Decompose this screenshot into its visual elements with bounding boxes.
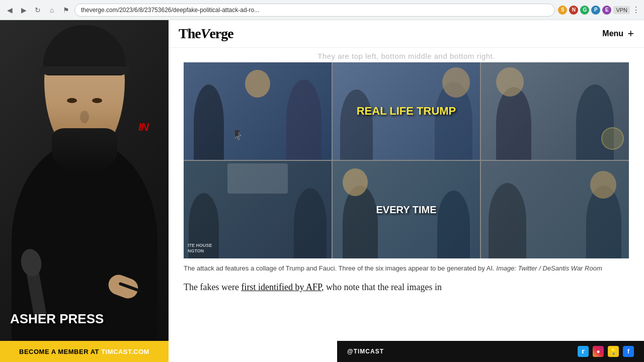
plus-icon: + bbox=[627, 27, 634, 40]
caption-text: The attack ad features a collage of Trum… bbox=[184, 264, 495, 272]
collage-cell-top-mid: REAL LIFE TRUMP bbox=[333, 62, 480, 160]
streamer-name: ASHER PRESS bbox=[10, 311, 104, 327]
main-container: IN ASHER PRESS BECOME A MEMBER AT TIMCAS… bbox=[0, 20, 644, 362]
collage-cell-top-right bbox=[481, 62, 629, 160]
text-after-link: , who note that the real images in bbox=[321, 282, 442, 292]
collage-cell-bot-mid: EVERY TIME bbox=[333, 161, 480, 258]
webcam-panel: IN ASHER PRESS BECOME A MEMBER AT TIMCAS… bbox=[0, 20, 169, 362]
url-bar[interactable]: theverge.com/2023/6/8/23753626/deepfake-… bbox=[74, 4, 555, 17]
real-life-trump-label: REAL LIFE TRUMP bbox=[357, 105, 456, 118]
collage-cell-top-left bbox=[184, 62, 332, 160]
browser-bar: ◀ ▶ ↻ ⌂ ⚑ theverge.com/2023/6/8/23753626… bbox=[0, 0, 644, 20]
social-handle: @TIMCAST bbox=[347, 348, 384, 355]
collage-cell-bot-right bbox=[481, 161, 629, 258]
site-name-text: TIMCAST.COM bbox=[101, 348, 149, 355]
become-member-text: BECOME A MEMBER AT bbox=[19, 348, 101, 355]
every-time-label: EVERY TIME bbox=[376, 204, 436, 216]
brand-badge: IN bbox=[138, 121, 148, 134]
browser-content: TheVerge Menu + They are top left, botto… bbox=[169, 20, 644, 362]
ext-icon-3: G bbox=[580, 6, 589, 15]
reload-button[interactable]: ↻ bbox=[32, 5, 43, 16]
image-caption: The attack ad features a collage of Trum… bbox=[184, 258, 629, 280]
image-collage: REAL LIFE TRUMP ITE HOUSENGTON bbox=[184, 62, 629, 258]
verge-header: TheVerge Menu + bbox=[169, 20, 644, 48]
ext-icon-4: P bbox=[591, 6, 600, 15]
bottom-banner: BECOME A MEMBER AT TIMCAST.COM bbox=[0, 341, 169, 362]
back-button[interactable]: ◀ bbox=[4, 5, 15, 16]
collage-cell-bot-left: ITE HOUSENGTON bbox=[184, 161, 332, 258]
article-content: REAL LIFE TRUMP ITE HOUSENGTON bbox=[169, 62, 644, 295]
article-text: The fakes were first identified by AFP, … bbox=[184, 280, 629, 295]
menu-label: Menu bbox=[602, 29, 623, 38]
menu-button[interactable]: Menu + bbox=[602, 27, 634, 40]
menu-dots[interactable]: ⋮ bbox=[632, 5, 640, 15]
facebook-icon[interactable]: f bbox=[623, 346, 634, 357]
credit-text: Image: Twitter / DeSantis War Room bbox=[496, 264, 602, 272]
social-bottom-bar: @TIMCAST 𝕣 ● 💡 f bbox=[337, 341, 644, 362]
white-house-label: ITE HOUSENGTON bbox=[188, 243, 212, 254]
image-credit: Image: Twitter / DeSantis War Room bbox=[496, 264, 602, 272]
browser-extensions: S N G P E VPN ⋮ bbox=[558, 5, 640, 15]
bookmark-button[interactable]: ⚑ bbox=[60, 5, 71, 16]
text-before-link: The fakes were bbox=[184, 282, 241, 292]
at-handle: @TIMCAST bbox=[347, 348, 384, 355]
ext-icon-1: S bbox=[558, 6, 567, 15]
person-silhouette: IN bbox=[0, 20, 169, 362]
social-icons: 𝕣 ● 💡 f bbox=[578, 346, 634, 357]
twitter-icon[interactable]: 𝕣 bbox=[578, 346, 589, 357]
banner-text: BECOME A MEMBER AT TIMCAST.COM bbox=[19, 348, 149, 355]
ext-icon-2: N bbox=[569, 6, 578, 15]
watermark-text: They are top left, bottom middle and bot… bbox=[169, 48, 644, 62]
verge-logo[interactable]: TheVerge bbox=[179, 26, 233, 42]
bulb-icon[interactable]: 💡 bbox=[608, 346, 619, 357]
instagram-icon[interactable]: ● bbox=[593, 346, 604, 357]
home-button[interactable]: ⌂ bbox=[46, 5, 57, 16]
afp-link[interactable]: first identified by AFP bbox=[241, 282, 321, 292]
url-text: theverge.com/2023/6/8/23753626/deepfake-… bbox=[81, 7, 259, 14]
vpn-label: VPN bbox=[613, 6, 630, 14]
ext-icon-5: E bbox=[602, 6, 611, 15]
forward-button[interactable]: ▶ bbox=[18, 5, 29, 16]
